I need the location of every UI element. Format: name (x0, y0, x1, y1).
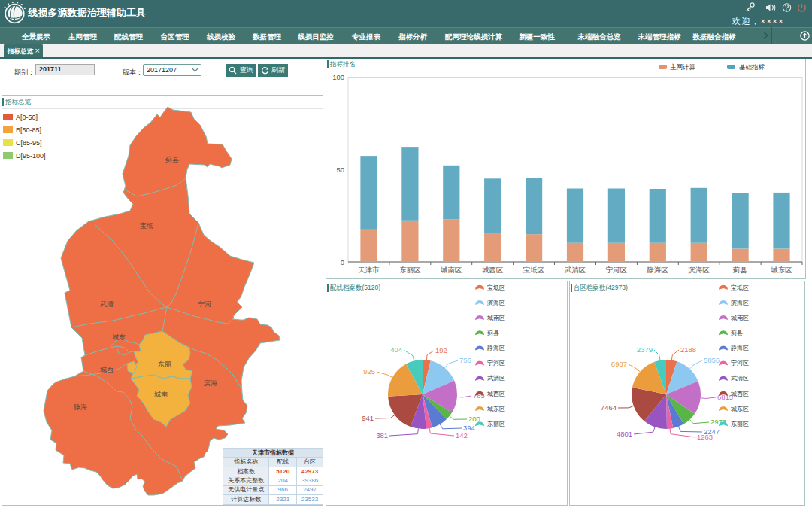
svg-text:宝坻区: 宝坻区 (487, 284, 505, 291)
svg-text:滨海区: 滨海区 (487, 300, 505, 306)
svg-text:宝坻: 宝坻 (140, 222, 153, 230)
svg-text:城南区: 城南区 (486, 315, 505, 321)
svg-text:0: 0 (341, 258, 344, 266)
svg-text:东丽区: 东丽区 (487, 421, 505, 427)
svg-text:静海: 静海 (73, 403, 87, 411)
svg-text:城西: 城西 (99, 366, 114, 373)
svg-text:城南: 城南 (153, 391, 168, 398)
svg-text:756: 756 (459, 356, 471, 364)
svg-text:武清区: 武清区 (565, 266, 586, 274)
svg-text:城东: 城东 (111, 333, 126, 341)
svg-text:武清: 武清 (100, 300, 114, 308)
svg-text:东丽区: 东丽区 (399, 266, 421, 274)
svg-text:2188: 2188 (680, 345, 696, 354)
svg-text:蓟县: 蓟县 (487, 330, 499, 336)
svg-text:宝坻区: 宝坻区 (523, 266, 545, 274)
svg-text:192: 192 (435, 346, 447, 354)
svg-text:50: 50 (336, 166, 344, 174)
svg-text:静海区: 静海区 (647, 266, 669, 274)
svg-text:宁河区: 宁河区 (606, 266, 628, 274)
svg-text:蓟县: 蓟县 (165, 156, 179, 163)
svg-text:宁河区: 宁河区 (731, 360, 749, 367)
svg-text:武清区: 武清区 (487, 375, 505, 382)
svg-text:200: 200 (468, 415, 480, 423)
svg-text:宁河: 宁河 (198, 300, 211, 308)
svg-text:武清区: 武清区 (731, 375, 749, 382)
svg-text:城西区: 城西区 (481, 266, 504, 274)
svg-text:东丽区: 东丽区 (731, 421, 749, 427)
svg-text:宁河区: 宁河区 (487, 360, 505, 367)
svg-text:城东区: 城东区 (770, 266, 792, 274)
svg-text:蓟县: 蓟县 (731, 330, 743, 336)
svg-text:7464: 7464 (601, 403, 617, 412)
svg-text:925: 925 (363, 367, 375, 376)
svg-text:城西区: 城西区 (730, 391, 749, 397)
svg-text:4801: 4801 (617, 430, 632, 438)
svg-text:142: 142 (456, 431, 468, 440)
svg-text:滨海: 滨海 (204, 379, 217, 387)
svg-text:1263: 1263 (697, 433, 713, 441)
svg-text:宝坻区: 宝坻区 (731, 284, 749, 291)
svg-text:381: 381 (376, 431, 388, 440)
svg-text:5856: 5856 (704, 356, 720, 364)
svg-text:天津市: 天津市 (358, 266, 380, 274)
svg-text:404: 404 (390, 345, 402, 354)
svg-text:城西区: 城西区 (486, 391, 505, 397)
svg-text:100: 100 (332, 73, 344, 81)
svg-text:城东区: 城东区 (730, 406, 749, 412)
svg-text:2379: 2379 (637, 345, 653, 354)
svg-text:6987: 6987 (611, 360, 627, 368)
svg-text:城东区: 城东区 (486, 406, 505, 412)
svg-text:静海区: 静海区 (731, 345, 749, 351)
svg-text:滨海区: 滨海区 (687, 266, 710, 274)
svg-text:蓟县: 蓟县 (732, 266, 747, 274)
svg-text:城南区: 城南区 (440, 266, 462, 274)
svg-text:滨海区: 滨海区 (731, 300, 749, 306)
svg-text:静海区: 静海区 (487, 345, 505, 351)
svg-text:东丽: 东丽 (157, 360, 171, 368)
svg-text:城南区: 城南区 (730, 315, 749, 321)
svg-text:941: 941 (362, 414, 374, 422)
